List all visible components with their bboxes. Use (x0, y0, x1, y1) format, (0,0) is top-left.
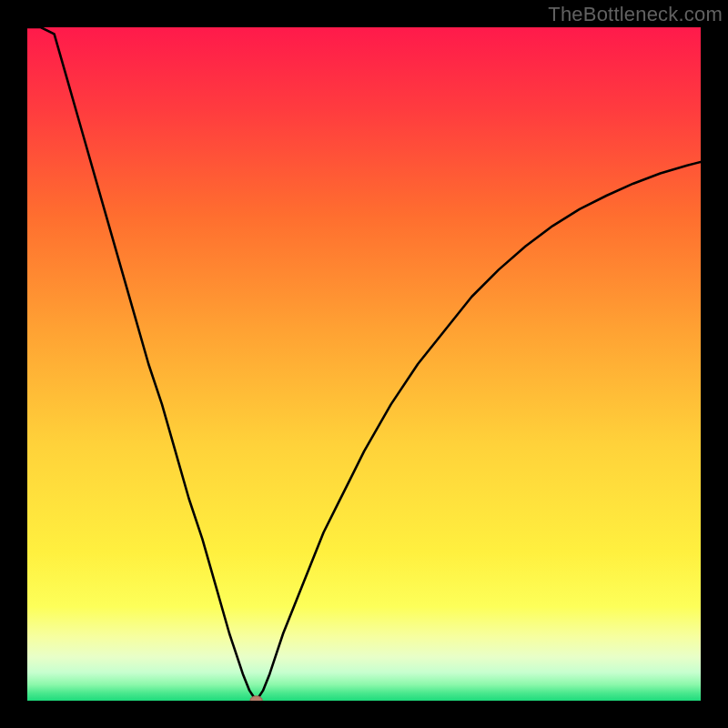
bottleneck-chart (27, 27, 701, 701)
watermark-text: TheBottleneck.com (548, 3, 723, 26)
chart-frame: { "watermark": "TheBottleneck.com", "col… (0, 0, 728, 728)
gradient-background (27, 27, 701, 701)
